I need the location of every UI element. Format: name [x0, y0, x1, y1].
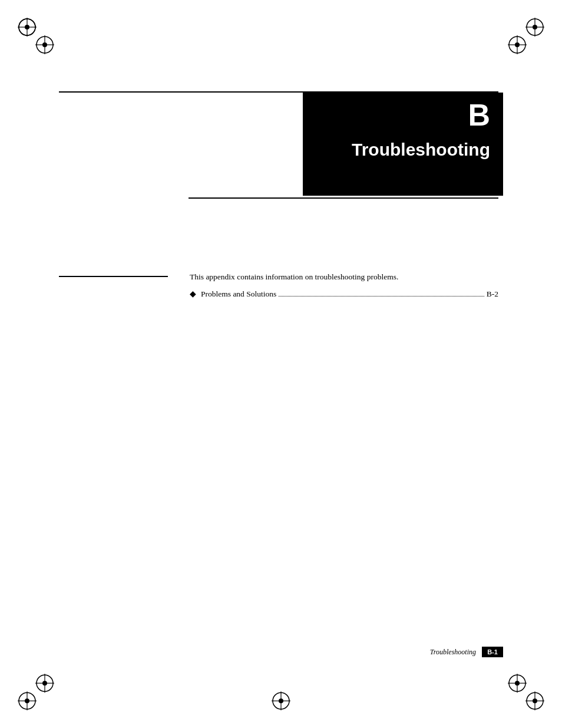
toc-page: B-2 [487, 289, 498, 299]
footer: Troubleshooting B-1 [59, 647, 503, 657]
toc-label: Problems and Solutions [201, 289, 276, 299]
reg-mark-bottom-right-inner [507, 673, 528, 694]
bottom-rule [189, 197, 498, 199]
reg-mark-top-right-inner [507, 34, 528, 55]
toc-bullet: ◆ [190, 289, 196, 299]
toc-dots [279, 296, 484, 297]
toc-item: ◆ Problems and Solutions B-2 [190, 289, 498, 299]
left-side-rule [59, 276, 168, 277]
intro-paragraph: This appendix contains information on tr… [190, 271, 498, 283]
chapter-title: Troubleshooting [352, 140, 490, 160]
reg-mark-top-left-inner [34, 34, 55, 55]
chapter-letter: B [468, 100, 490, 130]
chapter-header-box: B Troubleshooting [303, 93, 503, 196]
reg-mark-bottom-center [270, 690, 292, 711]
footer-title: Troubleshooting [430, 648, 476, 657]
reg-mark-bottom-left-inner [34, 673, 55, 694]
main-content: This appendix contains information on tr… [190, 271, 498, 299]
footer-page-number: B-1 [482, 647, 503, 657]
